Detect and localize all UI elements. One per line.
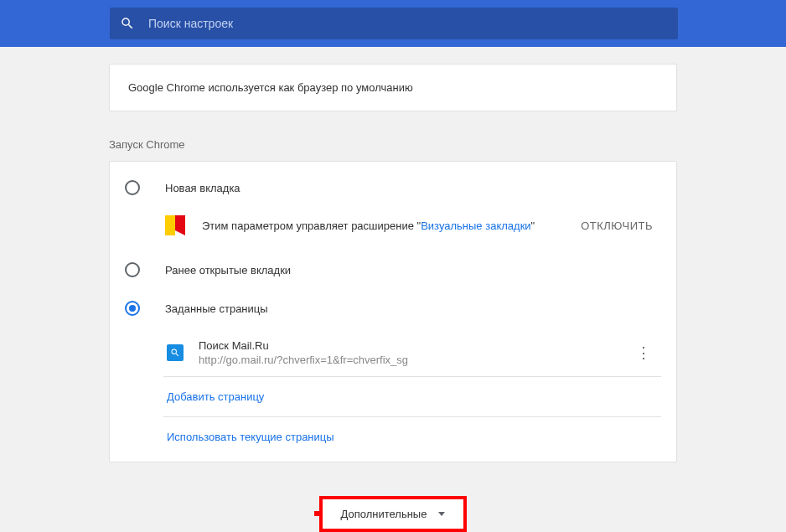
radio-label-specific: Заданные страницы: [165, 302, 268, 315]
startup-page-item: Поиск Mail.Ru http://go.mail.ru/?chverfi…: [163, 328, 661, 377]
advanced-label: Дополнительные: [341, 508, 427, 520]
radio-label-new-tab: Новая вкладка: [165, 182, 240, 194]
extension-message: Этим параметром управляет расширение Виз…: [202, 220, 581, 232]
radio-icon: [125, 180, 140, 195]
mailru-favicon-icon: [167, 344, 184, 361]
advanced-section: Дополнительные: [109, 496, 677, 532]
settings-header: Поиск настроек: [0, 0, 786, 47]
disable-extension-button[interactable]: ОТКЛЮЧИТЬ: [581, 220, 653, 232]
more-vert-icon[interactable]: ⋮: [629, 343, 658, 362]
radio-option-new-tab[interactable]: Новая вкладка: [125, 168, 661, 207]
use-current-pages-link[interactable]: Использовать текущие страницы: [163, 417, 661, 462]
page-title: Поиск Mail.Ru: [199, 339, 629, 352]
advanced-button[interactable]: Дополнительные: [319, 496, 468, 532]
settings-content: Google Chrome используется как браузер п…: [0, 64, 786, 532]
default-browser-card: Google Chrome используется как браузер п…: [109, 64, 677, 111]
startup-pages-list: Поиск Mail.Ru http://go.mail.ru/?chverfi…: [163, 328, 661, 462]
radio-option-continue[interactable]: Ранее открытые вкладки: [125, 251, 661, 289]
page-url: http://go.mail.ru/?chverfix=1&fr=chverfi…: [199, 354, 629, 366]
startup-section-title: Запуск Chrome: [109, 138, 677, 151]
radio-option-specific[interactable]: Заданные страницы: [125, 289, 661, 328]
chevron-down-icon: [438, 512, 445, 516]
extension-link[interactable]: Визуальные закладки: [417, 220, 535, 232]
yandex-bookmarks-icon: [165, 215, 185, 235]
radio-icon: [125, 262, 140, 277]
extension-notice: Этим параметром управляет расширение Виз…: [125, 207, 661, 251]
search-icon: [120, 16, 135, 31]
search-placeholder: Поиск настроек: [148, 17, 233, 30]
search-input[interactable]: Поиск настроек: [110, 8, 678, 39]
default-browser-message: Google Chrome используется как браузер п…: [128, 81, 658, 94]
add-page-link[interactable]: Добавить страницу: [163, 377, 661, 417]
radio-label-continue: Ранее открытые вкладки: [165, 264, 291, 276]
startup-card: Новая вкладка Этим параметром управляет …: [109, 161, 677, 462]
page-info: Поиск Mail.Ru http://go.mail.ru/?chverfi…: [199, 339, 629, 366]
radio-icon-selected: [125, 301, 140, 316]
